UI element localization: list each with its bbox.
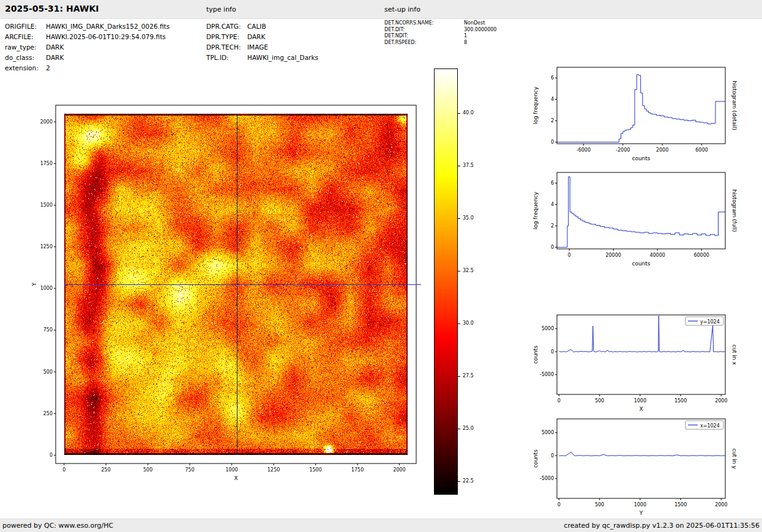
metadata-value: IMAGE bbox=[247, 43, 268, 51]
metadata-row: ORIGFILE:HAWKI_IMG_DARK_Darks152_0026.fi… bbox=[5, 21, 170, 32]
svg-text:2000: 2000 bbox=[715, 398, 727, 404]
svg-text:2: 2 bbox=[551, 118, 554, 124]
colorbar-ticks: 22.525.027.530.032.535.037.540.0 bbox=[458, 69, 495, 494]
svg-text:log frequency: log frequency bbox=[532, 191, 539, 229]
metadata-row: DPR.TYPE:DARK bbox=[206, 32, 318, 42]
svg-text:0: 0 bbox=[551, 453, 554, 459]
colorbar-tick-mark bbox=[458, 218, 460, 219]
svg-text:1500: 1500 bbox=[674, 502, 687, 508]
metadata-value: DARK bbox=[46, 43, 64, 51]
colorbar-tick-label: 27.5 bbox=[463, 373, 474, 379]
metadata-row: DET.DIT:300.0000000 bbox=[384, 27, 496, 34]
setup-info-block: DET.NCORRS.NAME:NonDestDET.DIT:300.00000… bbox=[384, 20, 496, 46]
svg-text:1750: 1750 bbox=[40, 161, 53, 166]
type-info-block: DPR.CATG:CALIBDPR.TYPE:DARKDPR.TECH:IMAG… bbox=[206, 21, 318, 63]
metadata-value: 300.0000000 bbox=[464, 27, 496, 32]
colorbar-tick-label: 37.5 bbox=[463, 163, 474, 168]
svg-text:500: 500 bbox=[595, 398, 604, 404]
svg-text:750: 750 bbox=[43, 327, 53, 333]
svg-text:x=1024: x=1024 bbox=[700, 423, 720, 429]
cut-in-x-plot: 050010001500200050000-5000Xcountscut in … bbox=[526, 309, 762, 419]
colorbar-tick-mark bbox=[458, 376, 460, 377]
colorbar-tick-mark bbox=[458, 166, 460, 166]
svg-text:500: 500 bbox=[143, 467, 152, 473]
svg-text:2: 2 bbox=[551, 223, 554, 229]
colorbar-tick-mark bbox=[458, 113, 460, 114]
metadata-label: DET.DIT: bbox=[384, 27, 464, 34]
metadata-row: extension:2 bbox=[5, 63, 170, 73]
colorbar-tick-mark bbox=[458, 481, 460, 482]
svg-text:1000: 1000 bbox=[225, 467, 237, 473]
metadata-value: 8 bbox=[464, 40, 467, 45]
svg-text:X: X bbox=[234, 475, 237, 481]
cut-in-y-plot: 050010001500200050000-5000Ycountscut in … bbox=[526, 413, 762, 523]
metadata-row: DET.RSPEED:8 bbox=[384, 40, 496, 46]
main-image-axes: 0250500750100012501500175020000250500750… bbox=[24, 98, 453, 495]
histogram-full-plot: 02000040000600000246countslog frequencyh… bbox=[526, 166, 762, 273]
metadata-row: DET.NDIT:1 bbox=[384, 33, 496, 40]
svg-text:500: 500 bbox=[43, 369, 53, 375]
metadata-row: do_class:DARK bbox=[5, 53, 170, 63]
svg-text:750: 750 bbox=[185, 467, 195, 473]
svg-text:0: 0 bbox=[558, 398, 561, 404]
metadata-value: DARK bbox=[46, 54, 64, 61]
metadata-row: DPR.TECH:IMAGE bbox=[206, 42, 318, 53]
colorbar-tick-label: 32.5 bbox=[463, 268, 474, 273]
svg-text:cut in x: cut in x bbox=[731, 344, 738, 365]
colorbar-tick-mark bbox=[458, 271, 460, 272]
qc-report-page: 2025-05-31: HAWKI type info set-up info … bbox=[0, 0, 762, 532]
svg-text:0: 0 bbox=[551, 245, 554, 250]
footer-credit-left: powered by QC: www.eso.org/HC bbox=[2, 522, 113, 530]
svg-text:5000: 5000 bbox=[542, 430, 554, 435]
svg-text:log frequency: log frequency bbox=[532, 86, 539, 124]
metadata-label: DPR.CATG: bbox=[206, 21, 247, 32]
setup-info-heading: set-up info bbox=[384, 6, 420, 13]
footer-bar: powered by QC: www.eso.org/HC created by… bbox=[0, 519, 762, 532]
svg-text:-5000: -5000 bbox=[540, 372, 554, 377]
svg-text:250: 250 bbox=[102, 467, 111, 473]
svg-text:y=1024: y=1024 bbox=[700, 319, 720, 325]
colorbar-tick-label: 25.0 bbox=[463, 426, 474, 431]
svg-text:1250: 1250 bbox=[267, 467, 280, 473]
metadata-label: TPL.ID: bbox=[206, 53, 247, 63]
metadata-value: NonDest bbox=[464, 20, 485, 26]
metadata-label: DPR.TECH: bbox=[206, 42, 247, 53]
horizontal-cut-crosshair bbox=[64, 284, 421, 285]
svg-text:0: 0 bbox=[568, 253, 571, 258]
colorbar-tick-label: 35.0 bbox=[463, 215, 474, 221]
page-title: 2025-05-31: HAWKI bbox=[5, 4, 99, 13]
svg-text:Y: Y bbox=[639, 510, 643, 516]
svg-text:20000: 20000 bbox=[605, 253, 621, 258]
svg-text:0: 0 bbox=[558, 502, 561, 508]
metadata-label: extension: bbox=[5, 63, 46, 73]
svg-text:6000: 6000 bbox=[695, 147, 708, 153]
svg-text:6: 6 bbox=[551, 180, 554, 186]
svg-text:cut in y: cut in y bbox=[731, 448, 738, 469]
metadata-label: raw_type: bbox=[5, 42, 46, 53]
metadata-value: HAWKI_IMG_DARK_Darks152_0026.fits bbox=[46, 23, 170, 30]
metadata-label: DET.RSPEED: bbox=[384, 40, 464, 46]
svg-text:4: 4 bbox=[551, 202, 554, 207]
svg-text:0: 0 bbox=[551, 349, 554, 355]
metadata-value: HAWKI_img_cal_Darks bbox=[247, 54, 318, 61]
metadata-row: DPR.CATG:CALIB bbox=[206, 21, 318, 32]
metadata-label: ORIGFILE: bbox=[5, 21, 46, 32]
svg-text:0: 0 bbox=[62, 467, 65, 473]
type-info-heading: type info bbox=[206, 6, 236, 13]
metadata-value: 2 bbox=[46, 64, 50, 72]
svg-text:histogram (detail): histogram (detail) bbox=[731, 81, 738, 130]
svg-text:counts: counts bbox=[632, 260, 650, 267]
metadata-label: do_class: bbox=[5, 53, 46, 63]
svg-text:1500: 1500 bbox=[674, 398, 687, 404]
svg-text:1500: 1500 bbox=[40, 202, 53, 208]
file-metadata-block: ORIGFILE:HAWKI_IMG_DARK_Darks152_0026.fi… bbox=[5, 21, 170, 73]
svg-text:40000: 40000 bbox=[649, 253, 665, 258]
svg-text:1000: 1000 bbox=[634, 398, 646, 404]
svg-text:2000: 2000 bbox=[715, 502, 727, 508]
svg-text:0: 0 bbox=[551, 139, 554, 145]
svg-text:-6000: -6000 bbox=[577, 147, 591, 153]
svg-text:2000: 2000 bbox=[40, 119, 53, 125]
colorbar-tick-mark bbox=[458, 429, 460, 429]
header-bar: 2025-05-31: HAWKI type info set-up info bbox=[0, 0, 762, 19]
metadata-row: TPL.ID:HAWKI_img_cal_Darks bbox=[206, 53, 318, 63]
